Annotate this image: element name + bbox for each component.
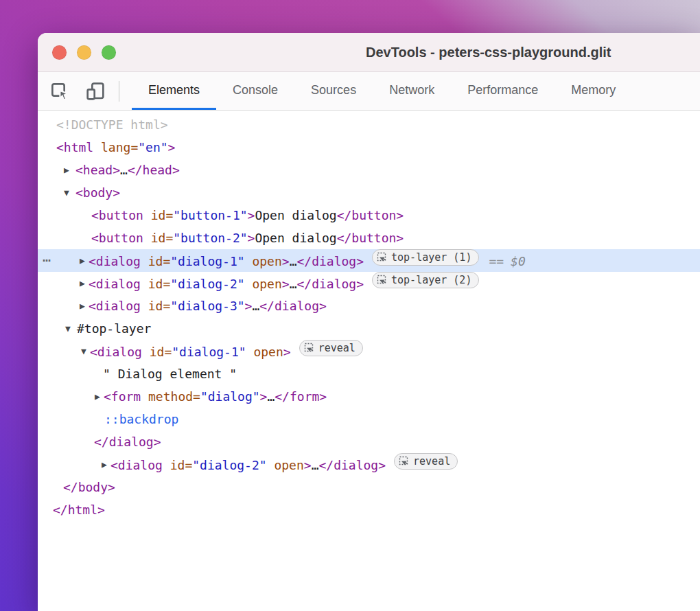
code-segment: </html> bbox=[53, 503, 105, 517]
code-segment: <button bbox=[91, 208, 151, 222]
code-segment: "dialog" bbox=[200, 389, 260, 404]
reveal-icon bbox=[398, 455, 410, 468]
collapse-arrow-icon[interactable]: ▼ bbox=[65, 317, 71, 340]
code-segment: <dialog bbox=[90, 345, 150, 359]
code-segment: id= bbox=[150, 345, 172, 359]
toolbar-divider bbox=[119, 81, 119, 102]
adorner-badge[interactable]: top-layer (2) bbox=[372, 272, 479, 288]
code-segment: <html bbox=[56, 140, 101, 154]
expand-arrow-icon[interactable]: ▶ bbox=[64, 159, 69, 181]
adorner-badge[interactable]: reveal bbox=[299, 340, 363, 356]
code-segment: </button> bbox=[337, 208, 404, 222]
code-segment: > bbox=[248, 208, 255, 222]
devtools-tabbar: ElementsConsoleSourcesNetworkPerformance… bbox=[38, 72, 700, 111]
collapse-arrow-icon[interactable]: ▼ bbox=[81, 340, 86, 362]
device-toolbar-icon[interactable] bbox=[83, 79, 108, 104]
code-segment: > bbox=[248, 231, 255, 245]
window-title: DevTools - peters-css-playground.glit bbox=[366, 33, 611, 72]
code-segment: <dialog bbox=[89, 299, 148, 313]
code-segment: "dialog-3" bbox=[170, 299, 244, 313]
row-dialog-2[interactable]: ▶<dialog id="dialog-2" open>…</dialog>to… bbox=[38, 272, 700, 295]
badge-label: reveal bbox=[413, 454, 450, 469]
tab-performance[interactable]: Performance bbox=[451, 72, 555, 110]
code-segment: open bbox=[245, 254, 282, 268]
code-segment: <button bbox=[91, 231, 151, 245]
tab-network[interactable]: Network bbox=[373, 72, 451, 110]
row-dialog-1-close[interactable]: </dialog> bbox=[38, 430, 700, 453]
toolbar-icons bbox=[47, 72, 108, 110]
tab-console[interactable]: Console bbox=[216, 72, 294, 110]
code-segment: "dialog-2" bbox=[170, 277, 244, 291]
row-body-open[interactable]: ▼<body> bbox=[38, 181, 700, 204]
code-segment: "en" bbox=[138, 140, 167, 154]
code-segment: method= bbox=[148, 389, 200, 404]
minimize-button[interactable] bbox=[77, 45, 91, 60]
code-segment: <dialog bbox=[89, 277, 148, 291]
collapse-arrow-icon[interactable]: ▼ bbox=[64, 181, 69, 204]
devtools-window: DevTools - peters-css-playground.glit El… bbox=[38, 33, 700, 611]
row-button-1[interactable]: <button id="button-1">Open dialog</butto… bbox=[38, 204, 700, 227]
code-segment: > bbox=[282, 277, 290, 291]
code-segment: … bbox=[312, 458, 319, 472]
adorner-badge[interactable]: reveal bbox=[394, 453, 458, 470]
row-dialog-3[interactable]: ▶<dialog id="dialog-3">…</dialog> bbox=[38, 295, 700, 317]
code-segment: id= bbox=[170, 458, 193, 472]
tab-sources[interactable]: Sources bbox=[294, 72, 373, 110]
code-segment: > bbox=[283, 345, 291, 359]
code-segment: "dialog-1" bbox=[172, 345, 246, 359]
row-html-open[interactable]: <html lang="en"> bbox=[38, 136, 700, 159]
code-segment: </dialog> bbox=[94, 435, 161, 449]
code-segment: </dialog> bbox=[259, 299, 327, 313]
row-toplayer-dialog-2[interactable]: ▶<dialog id="dialog-2" open>…</dialog>re… bbox=[38, 453, 700, 476]
code-segment: </head> bbox=[128, 163, 180, 177]
close-button[interactable] bbox=[52, 45, 67, 60]
row-backdrop[interactable]: ::backdrop bbox=[38, 408, 700, 430]
row-doctype[interactable]: <!DOCTYPE html> bbox=[38, 113, 700, 136]
tab-elements[interactable]: Elements bbox=[132, 72, 216, 110]
adorner-badge[interactable]: top-layer (1) bbox=[372, 249, 479, 266]
elements-panel: <!DOCTYPE html><html lang="en">▶<head>…<… bbox=[38, 111, 700, 611]
code-segment: #top-layer bbox=[77, 321, 151, 336]
zoom-button[interactable] bbox=[102, 45, 116, 60]
row-toplayer-dialog-1[interactable]: ▼<dialog id="dialog-1" open>reveal bbox=[38, 340, 700, 362]
row-head[interactable]: ▶<head>…</head> bbox=[38, 159, 700, 181]
code-segment: id= bbox=[148, 277, 171, 291]
row-dialog-1[interactable]: ⋯▶<dialog id="dialog-1" open>…</dialog>t… bbox=[38, 249, 700, 272]
more-actions-icon[interactable]: ⋯ bbox=[43, 249, 50, 272]
code-segment: <form bbox=[104, 389, 148, 404]
expand-arrow-icon[interactable]: ▶ bbox=[95, 385, 100, 408]
row-form[interactable]: ▶<form method="dialog">…</form> bbox=[38, 385, 700, 408]
expand-arrow-icon[interactable]: ▶ bbox=[80, 272, 85, 295]
code-segment: > bbox=[282, 254, 290, 268]
inspect-element-icon[interactable] bbox=[47, 79, 72, 104]
code-segment: id= bbox=[148, 254, 171, 268]
code-segment: </dialog> bbox=[296, 277, 364, 291]
row-body-close[interactable]: </body> bbox=[38, 476, 700, 498]
expand-arrow-icon[interactable]: ▶ bbox=[80, 295, 85, 317]
code-segment: Open dialog bbox=[255, 231, 336, 245]
expand-arrow-icon[interactable]: ▶ bbox=[80, 249, 85, 272]
window-titlebar[interactable]: DevTools - peters-css-playground.glit bbox=[38, 33, 700, 72]
code-segment: <body> bbox=[75, 185, 120, 200]
code-segment: ::backdrop bbox=[104, 412, 178, 426]
badge-label: top-layer (2) bbox=[391, 273, 471, 288]
badge-label: reveal bbox=[318, 341, 355, 356]
row-dialog-text[interactable]: " Dialog element " bbox=[38, 362, 700, 385]
code-segment: <dialog bbox=[89, 254, 148, 268]
tab-memory[interactable]: Memory bbox=[555, 72, 632, 110]
code-segment: </button> bbox=[337, 231, 404, 245]
code-segment: > bbox=[304, 458, 312, 472]
code-segment: id= bbox=[148, 299, 171, 313]
row-top-layer[interactable]: ▼#top-layer bbox=[38, 317, 700, 340]
code-segment: <!DOCTYPE html> bbox=[56, 117, 168, 132]
code-segment: lang= bbox=[101, 140, 138, 154]
reveal-icon bbox=[303, 342, 316, 354]
expand-arrow-icon[interactable]: ▶ bbox=[102, 453, 107, 476]
code-segment: … bbox=[290, 277, 297, 291]
reveal-icon bbox=[376, 274, 388, 286]
row-html-close[interactable]: </html> bbox=[38, 498, 700, 521]
code-segment: … bbox=[267, 389, 275, 404]
row-button-2[interactable]: <button id="button-2">Open dialog</butto… bbox=[38, 227, 700, 249]
code-segment: "dialog-2" bbox=[192, 458, 266, 472]
badge-label: top-layer (1) bbox=[391, 250, 471, 265]
